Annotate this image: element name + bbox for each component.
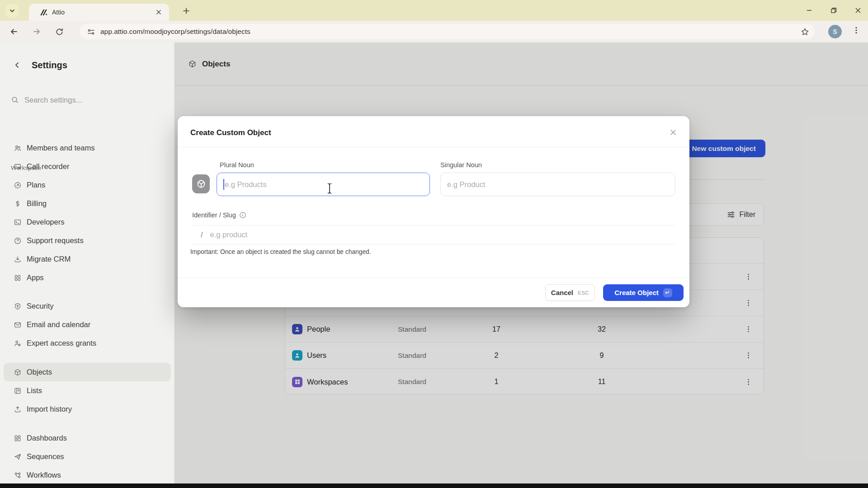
info-icon[interactable] [239,211,246,219]
attio-logo-icon [40,9,47,16]
reload-button[interactable] [52,24,67,39]
sidebar-item-developers[interactable]: Developers [4,213,171,231]
sequences-icon [14,453,22,461]
sidebar-item-label: Dashboards [27,434,67,442]
tab-strip: Attio [0,0,868,21]
sidebar-item-objects[interactable]: Objects [4,363,171,381]
sidebar-item-label: Sequences [27,452,64,461]
sidebar-item-expert-access-grants[interactable]: Expert access grants [4,334,171,352]
sidebar-item-workflows[interactable]: Workflows [4,466,171,484]
create-object-label: Create Object [614,289,659,296]
back-button[interactable] [6,24,22,39]
url-bar[interactable]: app.attio.com/moodjoycorp/settings/data/… [80,24,815,39]
sidebar-item-apps[interactable]: Apps [4,268,171,287]
url-text[interactable]: app.attio.com/moodjoycorp/settings/data/… [100,28,799,36]
settings-sidebar: Settings Workspace Members and teamsCall… [0,42,175,483]
slug-important-note: Important: Once an object is created the… [190,249,371,255]
sidebar-item-support-requests[interactable]: Support requests [4,231,171,250]
browser-toolbar: app.attio.com/moodjoycorp/settings/data/… [0,21,868,42]
plural-noun-input[interactable] [217,173,430,196]
sidebar-item-label: Plans [27,181,45,189]
window-minimize-button[interactable] [806,7,813,14]
singular-noun-input[interactable] [440,173,675,196]
tab-title: Attio [52,9,154,16]
sidebar-item-call-recorder[interactable]: Call recorder [4,157,171,176]
object-icon-picker[interactable] [192,174,210,193]
sidebar-item-label: Support requests [27,236,84,245]
sidebar-item-label: Import history [27,405,72,413]
support-icon [14,237,22,245]
forward-button[interactable] [29,24,44,39]
plural-noun-label: Plural Noun [220,161,254,169]
cancel-label: Cancel [551,289,573,296]
developers-icon [14,218,22,226]
new-tab-button[interactable] [180,5,193,17]
sidebar-item-label: Workflows [27,471,61,479]
esc-shortcut-badge: ESC [578,290,589,296]
apps-icon [14,274,22,282]
sidebar-item-security[interactable]: Security [4,297,171,315]
sidebar-item-label: Objects [27,368,52,376]
modal-close-icon[interactable] [668,127,679,138]
sidebar-item-label: Developers [27,218,64,226]
browser-menu-icon[interactable] [853,26,860,36]
dashboards-icon [14,434,22,442]
sidebar-back-button[interactable] [13,61,22,70]
profile-avatar[interactable]: S [828,25,842,38]
browser-window: Attio [0,0,868,488]
sidebar-item-label: Members and teams [27,144,94,152]
sidebar-item-import-history[interactable]: Import history [4,400,171,418]
email-icon [14,321,22,329]
window-restore-button[interactable] [830,7,837,14]
billing-icon [14,200,22,208]
sidebar-item-billing[interactable]: Billing [4,194,171,213]
sidebar-item-plans[interactable]: Plans [4,176,171,194]
create-object-button[interactable]: Create Object ↵ [603,284,684,301]
text-caret [223,179,224,190]
singular-noun-label: Singular Noun [440,161,482,169]
window-close-button[interactable] [854,7,862,14]
expert-icon [14,339,22,347]
sidebar-item-sequences[interactable]: Sequences [4,447,171,466]
migrate-icon [14,255,22,263]
bookmark-star-icon[interactable] [799,26,810,37]
sidebar-item-label: Security [27,302,54,310]
settings-search[interactable] [11,93,165,107]
sidebar-item-label: Expert access grants [27,339,96,347]
slug-input[interactable] [210,230,617,239]
sidebar-title: Settings [32,60,67,70]
tab-close-icon[interactable] [154,7,164,17]
security-icon [14,302,22,310]
object-sphere-icon [196,179,206,189]
identifier-slug-label: Identifier / Slug [192,211,236,219]
sidebar-item-label: Apps [27,273,44,282]
slug-prefix: / [201,230,203,239]
screen-bottom-strip [0,483,868,488]
ibeam-cursor [326,183,333,194]
enter-shortcut-badge: ↵ [663,288,672,297]
sidebar-item-members-and-teams[interactable]: Members and teams [4,139,171,157]
browser-tab[interactable]: Attio [29,4,169,21]
import-icon [14,405,22,413]
sidebar-item-label: Lists [27,386,42,395]
site-info-icon[interactable] [86,27,96,37]
slug-field[interactable]: / [192,225,675,244]
search-icon [11,96,19,104]
create-custom-object-modal: Create Custom Object Plural Noun Singula… [178,116,689,307]
lists-icon [14,387,22,395]
sidebar-item-lists[interactable]: Lists [4,381,171,400]
call-recorder-icon [14,163,22,171]
members-icon [14,144,22,152]
objects-icon [14,368,22,376]
modal-title: Create Custom Object [190,128,271,137]
modal-footer-divider [178,277,689,278]
sidebar-item-migrate-crm[interactable]: Migrate CRM [4,250,171,268]
chevron-down-icon [9,8,15,14]
sidebar-item-dashboards[interactable]: Dashboards [4,429,171,447]
workflows-icon [14,471,22,479]
tab-search-button[interactable] [5,4,19,18]
search-settings-input[interactable] [24,96,151,104]
cancel-button[interactable]: Cancel ESC [545,284,595,301]
sidebar-item-email-and-calendar[interactable]: Email and calendar [4,315,171,334]
sidebar-item-label: Call recorder [27,162,69,171]
